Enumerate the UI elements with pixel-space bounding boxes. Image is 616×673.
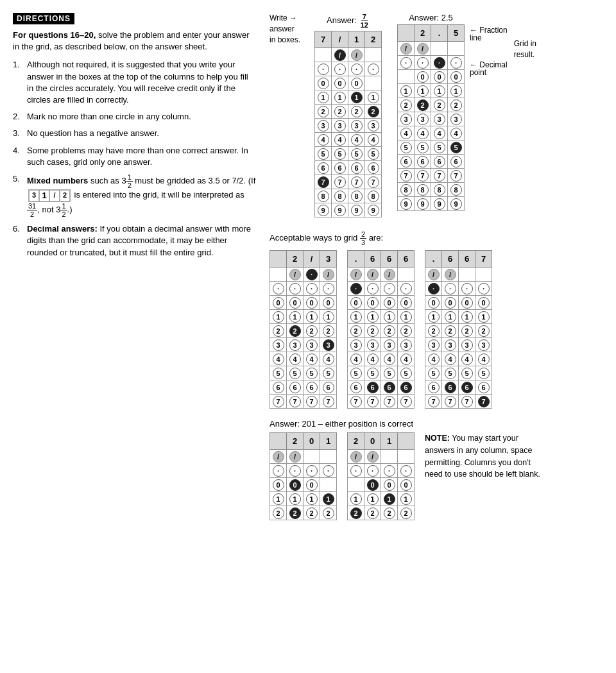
left-panel: DIRECTIONS For questions 16–20, solve th… xyxy=(13,13,257,264)
frac-1-2: 12 xyxy=(60,202,67,218)
answer201-row: 2 0 1 / / · · · xyxy=(270,432,603,520)
row-5: 5 5 5 5 xyxy=(315,147,382,161)
list-num: 2. xyxy=(13,111,23,123)
directions-list: 1. Although not required, it is suggeste… xyxy=(13,59,257,258)
row-4: 4 4 4 4 xyxy=(315,133,382,147)
grid-666: . 6 6 6 / / / · · xyxy=(347,250,415,409)
grid-201-a: 2 0 1 / / · · · xyxy=(270,432,337,520)
header-row: 7 / 1 2 xyxy=(315,31,382,48)
frac-3half-inline: 12 xyxy=(126,173,133,189)
list-text: Although not required, it is suggested t… xyxy=(27,59,257,106)
row-5-25: 5 5 5 5 xyxy=(398,141,465,155)
row-6-25: 6 6 6 6 xyxy=(398,155,465,169)
list-num-6: 6. xyxy=(13,223,23,235)
mixed-numbers-bold: Mixed numbers xyxy=(27,176,88,185)
list-item-6: 6. Decimal answers: If you obtain a deci… xyxy=(13,223,257,259)
answer201-label: Answer: 201 – either position is correct xyxy=(270,419,603,429)
grid-7-12: 7 / 1 2 / / xyxy=(314,31,382,217)
answer1-label: Answer: 7 12 xyxy=(314,13,382,29)
list-num: 1. xyxy=(13,59,23,71)
right-panel: Write → answer in boxes. Answer: 7 12 xyxy=(270,13,603,520)
list-num: 3. xyxy=(13,128,23,139)
row-3-25: 3 3 3 3 xyxy=(398,112,465,126)
row-6: 6 6 6 6 xyxy=(315,161,382,175)
grid-2-3: 2 / 3 / · / · · · xyxy=(270,250,337,409)
note-bold: NOTE: xyxy=(425,434,450,443)
slash-row-25: / / xyxy=(398,42,465,56)
two-grids-row: Answer: 7 12 7 / 1 2 xyxy=(314,13,508,217)
row-9: 9 9 9 9 xyxy=(315,203,382,217)
list-item: 1. Although not required, it is suggeste… xyxy=(13,59,257,106)
directions-label: DIRECTIONS xyxy=(13,13,74,24)
row-1-25: 1 1 1 1 xyxy=(398,84,465,98)
grid-667: . 6 6 7 / / · · xyxy=(425,250,492,409)
circle-filled: / xyxy=(334,49,346,61)
grid-2-5: 2 . 5 / / · xyxy=(397,24,465,211)
list-num-5: 5. xyxy=(13,173,23,185)
top-grid-area: Write → answer in boxes. Answer: 7 12 xyxy=(270,13,603,217)
dot-row: · · · · xyxy=(315,62,382,76)
answer201-section: Answer: 201 – either position is correct… xyxy=(270,419,603,520)
acceptable-label: Acceptable ways to grid 23 are: xyxy=(270,230,603,246)
row-9-25: 9 9 9 9 xyxy=(398,197,465,211)
header-row-25: 2 . 5 xyxy=(398,25,465,42)
list-item: 4. Some problems may have more than one … xyxy=(13,145,257,168)
row-4-25: 4 4 4 4 xyxy=(398,126,465,141)
write-answer-label: Write → answer in boxes. xyxy=(270,13,308,45)
list-text-5: Mixed numbers such as 312 must be gridde… xyxy=(27,173,257,218)
row-0-25: 0 0 0 xyxy=(398,70,465,84)
row-2: 2 2 2 2 xyxy=(315,105,382,119)
grid-201-b: 2 0 1 / / · · xyxy=(347,432,415,520)
list-item: 3. No question has a negative answer. xyxy=(13,128,257,139)
intro-bold: For questions 16–20, xyxy=(13,30,96,40)
list-text-6: Decimal answers: If you obtain a decimal… xyxy=(27,223,257,259)
list-text: Mark no more than one circle in any colu… xyxy=(27,111,257,123)
acceptable-grids: 2 / 3 / · / · · · xyxy=(270,250,603,409)
circle-slash: / xyxy=(351,49,363,61)
row-2-25: 2 2 2 2 xyxy=(398,98,465,112)
answer2-label: Answer: 2.5 xyxy=(397,13,465,22)
page-container: DIRECTIONS For questions 16–20, solve th… xyxy=(13,13,603,520)
inline-grid-example: 31/2 xyxy=(28,189,71,202)
grid-2-5-with-anno: Answer: 2.5 2 . 5 / / xyxy=(397,13,508,217)
list-text: No question has a negative answer. xyxy=(27,128,257,139)
list-item: 2. Mark no more than one circle in any c… xyxy=(13,111,257,123)
note-text: NOTE: You may start your answers in any … xyxy=(425,432,540,481)
row-7: 7 7 7 7 xyxy=(315,175,382,189)
frac-31-2: 312 xyxy=(27,202,37,218)
grid-in-label: Grid in result. xyxy=(514,13,551,60)
row-1: 1 1 1 1 xyxy=(315,90,382,105)
list-item-5: 5. Mixed numbers such as 312 must be gri… xyxy=(13,173,257,218)
row-0: 0 0 0 xyxy=(315,76,382,90)
slash-row: / / xyxy=(315,48,382,62)
dot-row-25: · · · · xyxy=(398,56,465,70)
row-8-25: 8 8 8 8 xyxy=(398,183,465,197)
row-8: 8 8 8 8 xyxy=(315,189,382,203)
decimal-answers-bold: Decimal answers: xyxy=(27,224,98,234)
directions-intro: For questions 16–20, solve the problem a… xyxy=(13,30,257,53)
annotation-right: ← Fraction line ← Decimal point xyxy=(470,13,508,77)
acceptable-section: Acceptable ways to grid 23 are: 2 / 3 xyxy=(270,230,603,409)
row-3: 3 3 3 3 xyxy=(315,119,382,133)
grid-7-12-block: Answer: 7 12 7 / 1 2 xyxy=(314,13,382,217)
list-text: Some problems may have more than one cor… xyxy=(27,145,257,168)
grid-2-5-block: Answer: 2.5 2 . 5 / / xyxy=(397,13,465,211)
list-num: 4. xyxy=(13,145,23,157)
row-7-25: 7 7 7 7 xyxy=(398,169,465,183)
